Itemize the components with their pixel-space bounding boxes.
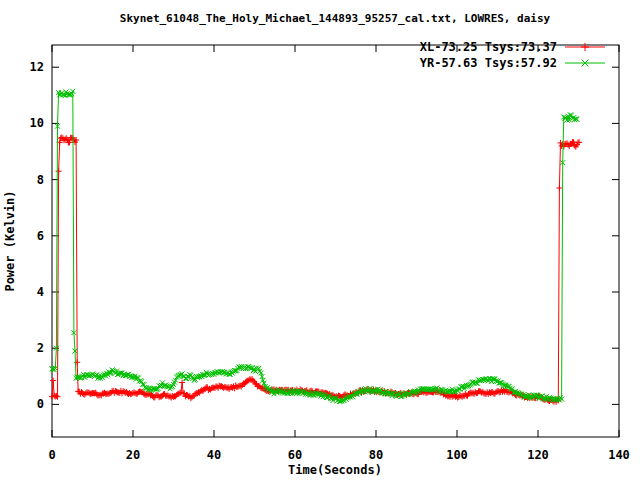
chart-title: Skynet_61048_The_Holy_Michael_144893_952… <box>120 12 551 25</box>
data-series <box>49 89 582 405</box>
series-markers-yr <box>50 89 580 404</box>
series-line-xl <box>52 138 579 402</box>
y-tick-label: 10 <box>30 116 44 130</box>
x-tick-label: 140 <box>608 448 630 462</box>
x-tick-label: 20 <box>126 448 140 462</box>
y-tick-label: 12 <box>30 60 44 74</box>
x-tick-label: 80 <box>369 448 383 462</box>
y-tick-label: 0 <box>37 397 44 411</box>
y-tick-label: 8 <box>37 173 44 187</box>
x-axis-label: Time(Seconds) <box>288 463 382 477</box>
x-tick-label: 120 <box>527 448 549 462</box>
y-tick-label: 6 <box>37 229 44 243</box>
x-tick-label: 0 <box>48 448 55 462</box>
x-tick-label: 100 <box>446 448 468 462</box>
tick-labels: 020406080100120140024681012 <box>30 60 630 462</box>
series-markers-xl <box>49 135 582 405</box>
legend-samples <box>565 43 605 67</box>
legend-marker-plus-icon <box>581 43 589 51</box>
legend-entry-xl: XL-73.25 Tsys:73.37 <box>420 40 557 54</box>
x-tick-label: 60 <box>288 448 302 462</box>
series-line-yr <box>52 91 577 401</box>
y-axis-label: Power (Kelvin) <box>3 190 17 291</box>
y-tick-label: 4 <box>37 285 44 299</box>
y-tick-label: 2 <box>37 341 44 355</box>
x-tick-label: 40 <box>207 448 221 462</box>
legend-entry-yr: YR-57.63 Tsys:57.92 <box>420 56 557 70</box>
gnuplot-chart: Skynet_61048_The_Holy_Michael_144893_952… <box>0 0 640 480</box>
